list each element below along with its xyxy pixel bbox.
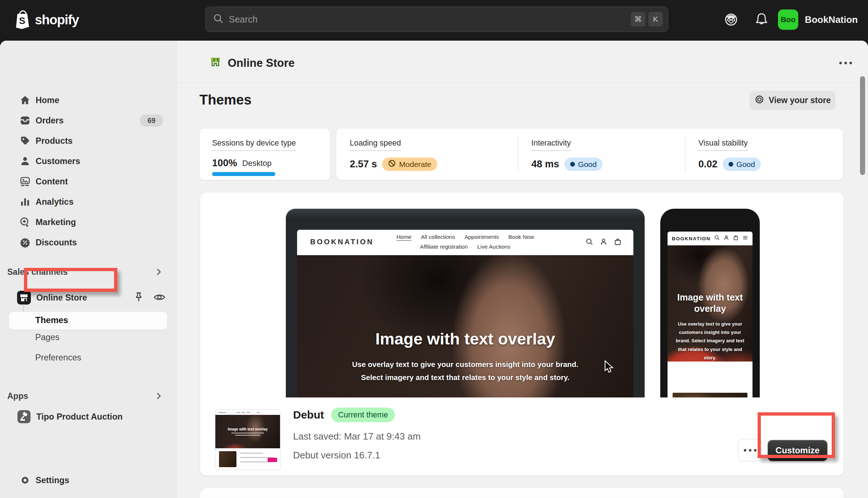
mobile-site-header: BOOKNATION [668,232,753,245]
sidebar-item-pages[interactable]: Pages [35,332,60,342]
bar-chart-icon [19,196,31,208]
metric-label-sessions[interactable]: Sessions by device type [212,139,296,151]
sidebar-item-marketing[interactable]: Marketing [6,212,170,232]
assistant-icon [723,12,739,28]
online-store-channel-icon [209,55,222,71]
preview-account-icon [600,238,608,247]
eye-icon [754,95,764,106]
desktop-sessions-bar [212,172,275,176]
global-search[interactable]: ⌘ K [205,7,668,32]
current-theme-card: BOOKNATION Home All collections Appointm… [200,192,844,475]
theme-thumbnail: Image with text overlay [215,409,280,470]
desktop-preview-frame: BOOKNATION Home All collections Appointm… [286,209,645,397]
preview-bag-icon [614,238,622,247]
sidebar-item-discounts[interactable]: Discounts [6,232,170,253]
page-title: Online Store [209,55,295,71]
status-dot-icon [729,162,733,167]
metric-label-interactivity[interactable]: Interactivity [531,139,571,151]
loading-speed-badge: Moderate [382,158,437,171]
status-dot-icon [570,162,575,167]
metric-card-sessions: Sessions by device type 100% Desktop [199,128,330,180]
sidebar-item-home[interactable]: Home [6,90,170,110]
apps-header: Apps [7,391,28,401]
sidebar-item-tipo-product-auction[interactable]: Tipo Product Auction [6,407,170,427]
mobile-hero-image: Image with text overlay Use overlay text… [668,245,753,362]
search-icon [213,13,224,25]
orders-icon [19,115,31,126]
sidebar-item-preferences[interactable]: Preferences [35,353,81,363]
sidebar-item-orders[interactable]: Orders 69 [6,110,170,131]
sidebar-item-analytics[interactable]: Analytics [6,192,170,212]
mobile-menu-icon [742,235,748,242]
mobile-search-icon [714,235,720,242]
preview-store-logo: BOOKNATION [310,238,374,246]
mobile-bag-icon [733,235,739,242]
prohibition-icon [388,159,396,169]
theme-preview-strip: BOOKNATION Home All collections Appointm… [200,192,844,397]
annotation-box-customize [758,412,835,458]
account-menu[interactable]: Boo BookNation [778,9,858,30]
thumbnail-photo [219,451,236,467]
visual-stability-badge: Good [723,158,761,171]
mobile-preview-frame: BOOKNATION Image with text overlay Use o… [660,209,760,397]
auction-gavel-icon [17,411,31,423]
apps-chevron-icon[interactable] [154,391,163,402]
mobile-account-icon [723,235,729,242]
assistant-button[interactable] [722,11,740,29]
shopify-wordmark: shopify [35,12,79,28]
topbar: S shopify ⌘ K [0,0,868,41]
target-cursor-icon [19,216,31,228]
pin-icon[interactable] [133,291,145,305]
metric-loading-speed: Loading speed 2.57 s Moderate [350,139,437,171]
themes-heading: Themes [199,92,252,108]
svg-text:S: S [19,15,25,26]
sidebar-item-themes-selected[interactable]: Themes [9,312,167,330]
search-input[interactable] [229,14,628,25]
kbd-command: ⌘ [631,12,645,26]
view-your-store-button[interactable]: View your store [750,91,835,110]
gear-icon [19,474,31,486]
metric-value-sessions: 100% [212,158,237,169]
preview-nav: Home All collections Appointments Book N… [371,234,560,253]
sidebar-item-products[interactable]: Products [6,131,170,151]
mobile-preview-screen: BOOKNATION Image with text overlay Use o… [668,232,753,397]
shopify-logo[interactable]: S shopify [15,9,79,30]
notifications-button[interactable] [753,11,771,29]
metric-visual-stability: Visual stability 0.02 Good [698,139,761,171]
shopify-admin: S shopify ⌘ K [0,0,868,498]
desktop-hero-image: Image with text overlay Use overlay text… [297,255,633,397]
mouse-cursor [604,360,615,375]
discount-badge-icon [19,237,31,248]
sidebar-item-settings[interactable]: Settings [6,470,170,490]
preview-site-header: BOOKNATION Home All collections Appointm… [297,230,633,255]
next-section-card [200,488,844,498]
metric-card-performance: Loading speed 2.57 s Moderate Interactiv… [336,128,843,180]
page-actions-button[interactable] [839,62,852,64]
home-icon [19,94,31,106]
online-store-icon [17,292,31,303]
person-icon [19,155,31,167]
sales-channels-chevron-icon[interactable] [154,267,163,278]
ellipsis-icon [744,449,757,452]
annotation-box-themes [24,268,117,292]
interactivity-badge: Good [564,158,603,171]
tag-icon [19,135,31,147]
preview-eye-icon[interactable] [153,291,166,305]
hero-title: Image with text overlay [297,330,633,348]
scrollbar-thumb[interactable] [860,76,865,175]
metric-label-visual-stability[interactable]: Visual stability [698,139,748,151]
kbd-k: K [648,12,663,26]
sidebar-item-content[interactable]: Content [6,171,170,192]
shopify-bag-icon: S [15,9,31,30]
theme-last-saved: Last saved: Mar 17 at 9:43 am [293,431,421,442]
desktop-preview-screen: BOOKNATION Home All collections Appointm… [297,230,633,397]
bell-icon [754,12,769,28]
hero-body: Use overlay text to give your customers … [345,358,585,384]
theme-version: Debut version 16.7.1 [293,450,380,461]
metric-label-loading-speed[interactable]: Loading speed [350,139,401,151]
mobile-collection-photo [673,393,747,397]
metric-interactivity: Interactivity 48 ms Good [531,139,603,171]
metric-suffix-desktop: Desktop [242,159,272,168]
orders-count-badge: 69 [140,114,163,127]
sidebar-item-customers[interactable]: Customers [6,151,170,171]
